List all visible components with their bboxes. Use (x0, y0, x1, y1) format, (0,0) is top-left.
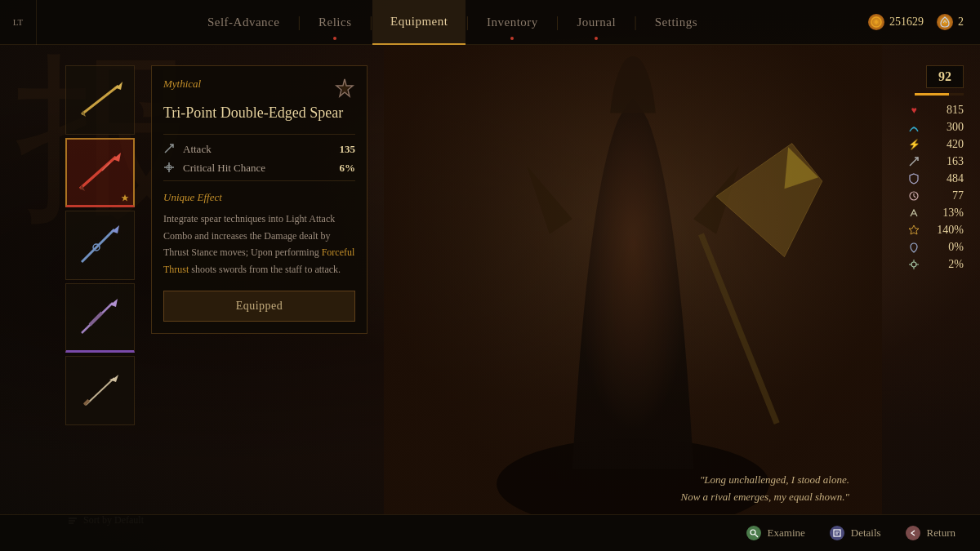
crit-icon (163, 162, 176, 175)
currency-icon (868, 14, 884, 30)
svg-line-13 (90, 313, 102, 325)
character-display (384, 45, 882, 514)
character-stats-panel: 92 ♥ 815 300 ⚡ 420 163 484 77 (907, 65, 964, 275)
return-button[interactable]: Return (906, 526, 956, 540)
misc1-value: 77 (927, 189, 964, 202)
svg-line-1 (701, 234, 777, 424)
misc3-icon (907, 258, 920, 271)
svg-line-8 (82, 229, 114, 262)
navigation-bar: LT Self-Advance | Relics | Equipment | I… (0, 0, 980, 45)
stat-row-defense: 484 (907, 172, 964, 185)
quote-line2: Now a rival emerges, my equal shown." (681, 489, 849, 506)
defense-icon (907, 172, 920, 185)
crit-chance-value: 13% (927, 207, 964, 220)
item-divider-1 (163, 134, 355, 135)
weapon-img-1 (72, 76, 129, 125)
hp-value: 815 (927, 104, 964, 117)
currency-amount: 251629 (889, 16, 924, 29)
nav-settings[interactable]: Settings (637, 0, 715, 45)
trigger-label: LT (13, 17, 23, 27)
attack-icon-r (907, 155, 920, 168)
examine-icon (746, 526, 761, 540)
unique-effect-header: Unique Effect (163, 191, 355, 204)
attack-value-r: 163 (927, 155, 964, 168)
item-detail-panel: Mythical Tri-Point Double-Edged Spear At… (151, 65, 368, 334)
nav-relics[interactable]: Relics (301, 0, 370, 45)
defense-value: 484 (927, 172, 964, 185)
speed-icon: ⚡ (907, 138, 920, 151)
weapon-slot-1[interactable] (65, 65, 135, 135)
misc3-value: 2% (927, 258, 964, 271)
spirit-icon (907, 121, 920, 134)
stat-row-misc3: 2% (907, 258, 964, 271)
quote-line1: "Long unchallenged, I stood alone. (681, 472, 849, 489)
weapon-slot-4[interactable] (65, 283, 135, 353)
svg-line-5 (80, 157, 116, 189)
character-level: 92 (926, 65, 964, 88)
level-bar-fill (915, 93, 949, 96)
equipped-mark (120, 192, 130, 202)
unique-effect-text: Integrate spear techniques into Light At… (163, 211, 355, 278)
nav-inventory[interactable]: Inventory (469, 0, 556, 45)
currency2-amount: 2 (958, 16, 964, 29)
nav-journal[interactable]: Journal (559, 0, 634, 45)
weapon-img-2 (72, 148, 129, 197)
relics-dot (333, 37, 336, 40)
stat-row-spirit: 300 (907, 121, 964, 134)
speed-value: 420 (927, 138, 964, 151)
svg-line-14 (86, 378, 114, 405)
weapon-slot-3[interactable] (65, 211, 135, 280)
examine-label: Examine (768, 527, 805, 540)
examine-button[interactable]: Examine (746, 526, 805, 540)
svg-line-25 (755, 535, 758, 538)
weapon-img-5 (72, 367, 129, 415)
attack-stat-value: 135 (340, 143, 356, 156)
level-bar (915, 93, 964, 96)
weapon-slot-5[interactable] (65, 356, 135, 425)
hp-icon: ♥ (907, 104, 920, 117)
stat-row-misc2: 0% (907, 241, 964, 254)
crit-chance-icon (907, 207, 920, 220)
item-divider-2 (163, 180, 355, 181)
misc2-value: 0% (927, 241, 964, 254)
svg-point-24 (751, 530, 755, 535)
character-quote: "Long unchallenged, I stood alone. Now a… (681, 472, 849, 506)
attack-stat-name: Attack (183, 143, 333, 156)
return-icon (906, 526, 920, 540)
nav-equipment[interactable]: Equipment (372, 0, 466, 45)
weapon-img-3 (72, 221, 129, 270)
svg-point-23 (911, 262, 916, 267)
item-name: Tri-Point Double-Edged Spear (163, 104, 355, 122)
stat-row-misc1: 77 (907, 189, 964, 202)
spirit-value: 300 (927, 121, 964, 134)
weapon-img-4 (72, 293, 129, 342)
item-stat-crit: Critical Hit Chance 6% (163, 162, 355, 175)
inventory-dot (510, 37, 514, 40)
details-button[interactable]: Details (830, 526, 881, 540)
nav-right: 251629 2 (868, 14, 980, 30)
misc2-icon (907, 241, 920, 254)
stat-row-attack: 163 (907, 155, 964, 168)
stat-row-hp: ♥ 815 (907, 104, 964, 117)
crit-stat-value: 6% (340, 162, 356, 175)
svg-rect-26 (834, 530, 840, 536)
item-stat-attack: Attack 135 (163, 143, 355, 156)
journal-dot (595, 37, 598, 40)
weapon-list (65, 65, 139, 425)
crit-stat-name: Critical Hit Chance (183, 162, 333, 175)
currency2-display: 2 (937, 14, 964, 30)
crit-dmg-icon (907, 224, 920, 237)
misc1-icon (907, 189, 920, 202)
equipped-button[interactable]: Equipped (163, 291, 355, 322)
crit-dmg-value: 140% (927, 224, 964, 237)
character-silhouette (384, 45, 882, 514)
nav-self-advance[interactable]: Self-Advance (189, 0, 297, 45)
svg-line-3 (82, 86, 118, 114)
return-label: Return (927, 527, 956, 540)
stat-row-crit-dmg: 140% (907, 224, 964, 237)
weapon-slot-2[interactable] (65, 138, 135, 207)
item-rarity: Mythical (163, 78, 201, 91)
nav-left-trigger[interactable]: LT (0, 0, 37, 45)
details-label: Details (851, 527, 881, 540)
attack-icon (163, 143, 176, 156)
